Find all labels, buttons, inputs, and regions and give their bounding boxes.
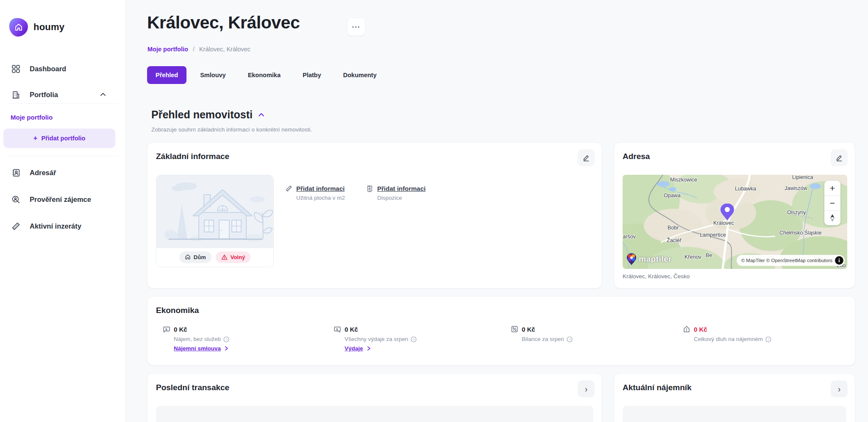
economy-item-expenses: $» 0 Kč Všechny výdaje za srpen ? Výdaje [334,325,417,352]
economy-value: 0 Kč [522,326,535,333]
sidebar-item-label: Aktivní inzeráty [30,222,81,230]
sidebar-item-aktivni-inzeraty[interactable]: Aktivní inzeráty [0,218,126,234]
card-title: Základní informace [156,152,229,161]
map-label: Lampertice [700,232,726,238]
house-alert-icon [683,325,690,333]
economy-value: 0 Kč [694,326,707,333]
map-label: Opawa [664,193,681,198]
tab-bar: Přehled Smlouvy Ekonomika Platby Dokumen… [147,66,385,84]
field-usable-area: Přidat informaci Užitná plocha v m2 [285,185,345,201]
svg-text:$: $ [165,327,167,331]
attribution-text: © MapTiler © OpenStreetMap contributors [741,258,832,263]
open-transactions-button[interactable]: › [578,380,595,397]
edit-basic-info-button[interactable] [578,149,595,166]
address-card: Adresa [614,142,855,288]
money-out-icon: $» [334,325,341,333]
property-type-label: Dům [194,254,206,260]
collapse-chevron-icon[interactable] [258,111,265,118]
warning-triangle-icon [221,254,228,260]
card-title: Ekonomika [156,306,199,315]
house-illustration-image [156,175,273,248]
expenses-link[interactable]: Výdaje [345,345,417,352]
economy-label: Bilance za srpen [522,336,564,342]
sidebar-item-label: Adresář [30,169,56,177]
rent-contract-link[interactable]: Nájemní smlouva [174,345,229,352]
chevron-right-icon [224,346,229,351]
compass-button[interactable] [824,210,840,225]
address-caption: Královec, Královec, Česko [623,273,690,279]
property-illustration: Dům Volný [156,175,274,267]
sidebar: houmy Dashboard Portfolia Moje portfolio… [0,0,126,422]
map-label: Lipienica [792,175,813,180]
economy-value: 0 Kč [345,326,358,333]
balance-percent-icon [511,325,518,333]
tenant-card: Aktuální nájemník › [614,373,855,422]
add-disposition-link[interactable]: Přidat informaci [366,185,426,192]
map-label: Křenov [684,254,701,260]
more-options-button[interactable]: ··· [348,18,365,36]
help-icon[interactable]: ? [411,336,417,342]
card-title: Poslední transakce [156,383,229,392]
help-icon[interactable]: ? [223,336,229,342]
svg-text:$: $ [336,327,338,331]
svg-text:?: ? [768,337,770,341]
chevron-up-icon[interactable] [100,91,106,98]
economy-item-balance: 0 Kč Bilance za srpen ? [511,325,573,342]
tab-ekonomika[interactable]: Ekonomika [239,66,289,84]
tab-prehled[interactable]: Přehled [147,66,186,84]
field-disposition: Přidat informaci Dispozice [366,185,426,201]
add-area-link[interactable]: Přidat informaci [285,185,345,192]
sidebar-item-dashboard[interactable]: Dashboard [0,61,126,76]
tenant-empty-area [623,406,846,422]
transactions-empty-area [156,406,593,422]
add-portfolio-button[interactable]: + Přidat portfolio [3,129,115,148]
sidebar-item-adresar[interactable]: Adresář [0,165,126,180]
compass-needle-icon [829,214,835,222]
map-label: Lubawka [735,186,756,192]
brand-logo[interactable]: houmy [9,18,64,36]
zoom-out-button[interactable]: − [824,196,840,210]
help-icon[interactable]: ? [765,336,771,342]
svg-text:»: » [339,330,340,333]
map-attribution: © MapTiler © OpenStreetMap contributors … [737,255,845,266]
ruler-icon [11,222,20,231]
ruler-icon [285,185,292,192]
sidebar-item-portfolia[interactable]: Portfolia [0,87,126,102]
maptiler-logo[interactable]: maptiler [626,253,672,265]
breadcrumb-parent-link[interactable]: Moje portfolio [147,46,188,53]
field-description: Užitná plocha v m2 [296,195,345,201]
info-icon[interactable]: i [835,256,843,265]
maptiler-logo-text: maptiler [639,254,672,264]
map-pin-icon [720,204,735,221]
map-label: Olszyny [787,210,806,215]
map-label: Miszkowice [670,177,697,183]
divider [7,156,119,156]
sidebar-item-moje-portfolio[interactable]: Moje portfolio [11,114,53,121]
help-icon[interactable]: ? [567,336,573,342]
brand-name: houmy [33,22,64,33]
add-disposition-label: Přidat informaci [377,185,426,192]
open-tenant-button[interactable]: › [831,380,848,397]
economy-label: Celkový dluh na nájemném [694,336,763,342]
zoom-in-button[interactable]: + [824,181,840,196]
sidebar-item-provereni-zajemce[interactable]: Prověření zájemce [0,192,126,207]
sidebar-item-label: Portfolia [30,91,58,99]
tab-smlouvy[interactable]: Smlouvy [192,66,234,84]
map-zoom-control: + − [824,181,840,225]
occupancy-status-label: Volný [231,254,245,260]
money-in-icon: $« [163,325,170,333]
transactions-card: Poslední transakce › [147,373,602,422]
tab-dokumenty[interactable]: Dokumenty [335,66,385,84]
breadcrumb-separator: / [193,46,195,53]
sidebar-item-label: Prověření zájemce [30,196,91,204]
add-area-label: Přidat informaci [296,185,345,192]
map[interactable]: Miszkowice Lipienica Lubawka Jawiszów Op… [623,175,847,269]
edit-address-button[interactable] [831,149,848,166]
economy-link-label: Výdaje [345,345,363,352]
contact-card-icon [11,168,20,177]
property-type-badge: Dům [179,252,211,263]
svg-text:«: « [163,330,165,333]
add-portfolio-label: Přidat portfolio [42,135,86,142]
economy-label: Nájem, bez služeb [174,336,221,342]
tab-platby[interactable]: Platby [294,66,330,84]
